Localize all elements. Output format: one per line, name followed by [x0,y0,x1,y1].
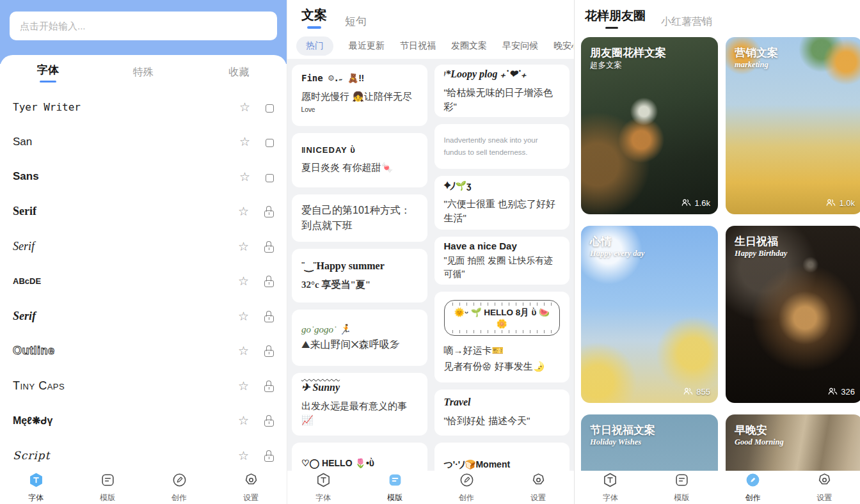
gallery-card[interactable]: 心情 Happy every day 855 [581,226,718,403]
card-title: Travel [444,397,561,408]
font-row[interactable]: San ☆ [0,125,287,160]
template-card[interactable]: go˙gogo˙ 🏃 ⛰来山野间✕森呼吸🌫 [292,310,427,366]
tab-copywriting[interactable]: 文案 [301,6,327,29]
template-card-grid: Fine ☺.˶ 🧸‼ 愿时光慢行 👧让陪伴无尽ᴸᵒᵛᵉ ‖NICEDAY ῢ … [287,59,574,504]
font-name: Serif [13,205,238,218]
font-row[interactable]: Tiny Caps ☆ [0,368,287,404]
font-name: Serif [13,240,238,253]
gallery-card[interactable]: 朋友圈花样文案 超多文案 1.6k [581,37,718,214]
tab-favorites[interactable]: 收藏 [191,66,287,79]
tab-short-phrases[interactable]: 短句 [345,14,367,29]
font-tabs: 字体 特殊 收藏 [0,55,287,90]
star-icon[interactable]: ☆ [239,136,250,148]
lock-icon[interactable] [264,280,274,287]
nav-fonts[interactable]: 字体 [575,471,646,504]
gallery-card[interactable]: 生日祝福 Happy Birthday 326 [726,226,860,403]
bottom-nav: 字体 模版 创作 设置 [575,471,860,504]
nav-fonts[interactable]: 字体 [287,471,359,504]
template-card[interactable]: Travel "恰到好处 描述今天" [434,390,570,436]
star-icon[interactable]: ☆ [238,310,249,322]
nav-templates[interactable]: 模版 [359,471,431,504]
template-card[interactable]: ¨‿¨Happy summer 32°c 享受当"夏" [292,249,427,303]
font-row[interactable]: Serif ☆ [0,229,287,264]
nav-create[interactable]: 创作 [717,471,789,504]
tab-fancy-moments[interactable]: 花样朋友圈 [585,8,646,29]
template-card[interactable]: 🌞ᵕ 🌱 HELLO 8月 ῢ 🍉 🌼 嘀→好运卡🎫 见者有份🏵 好事发生🌛 [434,292,570,382]
tab-fonts[interactable]: 字体 [0,63,95,83]
star-icon[interactable]: ☆ [238,275,249,287]
star-icon[interactable]: ☆ [238,450,249,462]
font-list: Tyer Writer ☆ San ☆ Sans ☆ Serif ☆ Serif [0,90,287,504]
font-row[interactable]: Tyer Writer ☆ [0,90,287,125]
usage-count: 855 [683,387,710,397]
star-icon[interactable]: ☆ [238,380,249,392]
template-card[interactable]: Fine ☺.˶ 🧸‼ 愿时光慢行 👧让陪伴无尽ᴸᵒᵛᵉ [292,65,427,126]
lock-icon[interactable] [264,246,274,253]
lock-icon[interactable] [264,210,274,217]
nav-settings[interactable]: 设置 [789,471,860,504]
template-card[interactable]: ᵎ*Loopy plog ₊˙❤˙₊ "给枯燥无味的日子增添色彩" [434,65,570,117]
card-body: "给枯燥无味的日子增添色彩" [444,86,561,114]
category-chips: 热门 最近更新 节日祝福 发圈文案 早安问候 晚安心语 [287,29,574,62]
star-icon[interactable]: ☆ [239,171,250,183]
font-row[interactable]: Script ☆ [0,438,287,473]
font-row[interactable]: Serif ☆ [0,299,287,334]
nav-settings[interactable]: 设置 [215,471,287,504]
star-icon[interactable]: ☆ [239,101,250,113]
card-body: 出发永远是最有意义的事📈 [301,399,418,428]
template-card[interactable]: Have a nice Day "见面 拍照 发圈 让快乐有迹可循" [434,237,570,285]
nav-create[interactable]: 创作 [143,471,215,504]
lock-icon[interactable] [264,350,274,357]
lock-icon[interactable] [264,385,274,392]
chip-hot[interactable]: 热门 [296,36,333,56]
template-card[interactable]: ✦⵰🌱ʒ "六便士很重 也别忘了好好生活" [434,176,570,230]
star-icon[interactable]: ☆ [238,345,249,357]
copy-icon[interactable] [266,104,274,113]
nav-create[interactable]: 创作 [431,471,502,504]
template-card[interactable]: ‖NICEDAY ῢ 夏日炎炎 有你超甜🍬 [292,133,427,187]
text-input[interactable] [10,12,277,40]
chip-moments[interactable]: 发圈文案 [451,40,487,52]
font-row[interactable]: ABcDE ☆ [0,264,287,299]
nav-templates[interactable]: 模版 [72,471,143,504]
star-icon[interactable]: ☆ [238,414,249,427]
chip-morning[interactable]: 早安问候 [502,40,538,52]
gallery-card[interactable]: 营销文案 marketing 1.0k [726,37,860,214]
font-name: San [13,136,239,148]
bottom-nav: 字体 模版 创作 设置 [287,471,574,504]
count-value: 1.6k [694,198,710,208]
lock-icon[interactable] [264,315,274,322]
font-row[interactable]: Serif ☆ [0,194,287,230]
chip-holiday[interactable]: 节日祝福 [400,40,436,52]
font-name: Tiny Caps [13,379,238,393]
tab-special[interactable]: 特殊 [95,66,191,79]
template-card[interactable]: Inadvertently sneak into your fundus to … [434,124,570,169]
font-sheet: 字体 特殊 收藏 Tyer Writer ☆ San [0,55,287,504]
card-title: Have a nice Day [444,240,561,251]
template-card[interactable]: ✈ Sunny 出发永远是最有意义的事📈 [292,373,427,436]
star-icon[interactable]: ☆ [238,240,249,253]
users-icon [681,198,691,208]
chip-night[interactable]: 晚安心语 [553,40,575,52]
font-name: Sans [13,170,239,183]
chip-recent[interactable]: 最近更新 [349,40,385,52]
card-title: ᵎ*Loopy plog ₊˙❤˙₊ [444,68,561,80]
nav-fonts[interactable]: 字体 [0,471,72,504]
lock-icon[interactable] [264,420,274,427]
card-title: ¨‿¨Happy summer [301,260,418,272]
lock-icon[interactable] [264,455,274,462]
nav-templates[interactable]: 模版 [646,471,718,504]
copy-icon[interactable] [266,174,274,182]
font-row[interactable]: Sans ☆ [0,159,287,194]
card-title: go˙gogo˙ 🏃 [301,324,418,335]
template-card[interactable]: 爱自己的第101种方式： 到点就下班 [292,194,427,242]
tab-xiaohongshu-marketing[interactable]: 小红薯营销 [661,15,712,29]
font-row[interactable]: Męℓ❋ᑯү ☆ [0,404,287,439]
star-icon[interactable]: ☆ [238,205,249,217]
template-tab-icon [387,472,403,491]
fonts-screen: 字体 特殊 收藏 Tyer Writer ☆ San [0,0,287,504]
nav-settings[interactable]: 设置 [502,471,574,504]
font-row[interactable]: Outline ☆ [0,334,287,369]
nav-label: 创作 [745,492,761,503]
copy-icon[interactable] [266,139,274,147]
